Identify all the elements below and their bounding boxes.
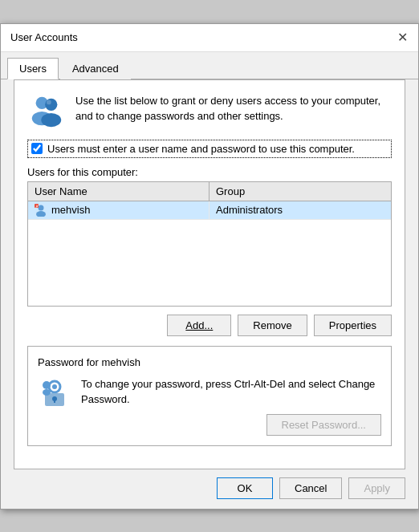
window-title: User Accounts — [10, 31, 78, 43]
info-text: Use the list below to grant or deny user… — [75, 91, 392, 124]
reset-btn-row: Reset Password... — [81, 414, 381, 436]
svg-text:✗: ✗ — [35, 204, 39, 209]
tab-users[interactable]: Users — [7, 58, 59, 79]
user-accounts-window: User Accounts ✕ Users Advanced — [0, 23, 419, 510]
table-header: User Name Group — [28, 182, 391, 201]
password-content: To change your password, press Ctrl-Alt-… — [81, 376, 381, 436]
user-row-icon: ✗ — [35, 204, 47, 217]
svg-point-3 — [41, 112, 61, 126]
svg-point-4 — [47, 99, 51, 104]
require-password-checkbox[interactable] — [31, 143, 43, 154]
lock-icon — [38, 376, 71, 410]
svg-point-15 — [43, 389, 51, 396]
svg-point-14 — [43, 381, 51, 389]
username-value: mehvish — [51, 204, 90, 216]
properties-button[interactable]: Properties — [314, 315, 392, 336]
checkbox-label: Users must enter a user name and passwor… — [47, 143, 355, 155]
action-buttons: Add... Remove Properties — [27, 315, 392, 336]
password-section-title: Password for mehvish — [38, 356, 381, 368]
checkbox-row[interactable]: Users must enter a user name and passwor… — [27, 140, 392, 158]
reset-password-button[interactable]: Reset Password... — [266, 414, 382, 436]
cancel-button[interactable]: Cancel — [279, 477, 342, 499]
svg-point-10 — [52, 384, 57, 389]
close-button[interactable]: ✕ — [393, 28, 412, 47]
password-row: To change your password, press Ctrl-Alt-… — [38, 376, 381, 436]
col-username: User Name — [28, 182, 210, 201]
users-table-wrapper: User Name Group ✗ — [27, 181, 392, 307]
users-section-label: Users for this computer: — [27, 166, 392, 178]
users-group-icon — [27, 91, 66, 130]
col-group: Group — [210, 182, 391, 201]
content-area: Use the list below to grant or deny user… — [14, 79, 405, 469]
info-row: Use the list below to grant or deny user… — [27, 91, 392, 130]
table-body: ✗ mehvish Administrators — [28, 201, 391, 306]
svg-point-2 — [45, 98, 57, 110]
bottom-buttons: OK Cancel Apply — [1, 469, 418, 509]
remove-button[interactable]: Remove — [238, 315, 307, 336]
table-row[interactable]: ✗ mehvish Administrators — [28, 201, 391, 220]
svg-point-5 — [39, 205, 44, 210]
tabs-bar: Users Advanced — [1, 52, 418, 79]
svg-rect-13 — [54, 399, 55, 403]
password-section: Password for mehvish — [27, 346, 392, 446]
cell-group: Administrators — [210, 201, 391, 219]
ok-button[interactable]: OK — [217, 477, 273, 499]
apply-button[interactable]: Apply — [348, 477, 405, 499]
tab-advanced[interactable]: Advanced — [60, 58, 131, 79]
cell-username: ✗ mehvish — [28, 201, 210, 219]
title-bar: User Accounts ✕ — [1, 24, 418, 52]
add-button[interactable]: Add... — [167, 315, 231, 336]
main-content: Use the list below to grant or deny user… — [1, 79, 418, 469]
password-description: To change your password, press Ctrl-Alt-… — [81, 376, 381, 408]
svg-point-6 — [36, 211, 46, 217]
